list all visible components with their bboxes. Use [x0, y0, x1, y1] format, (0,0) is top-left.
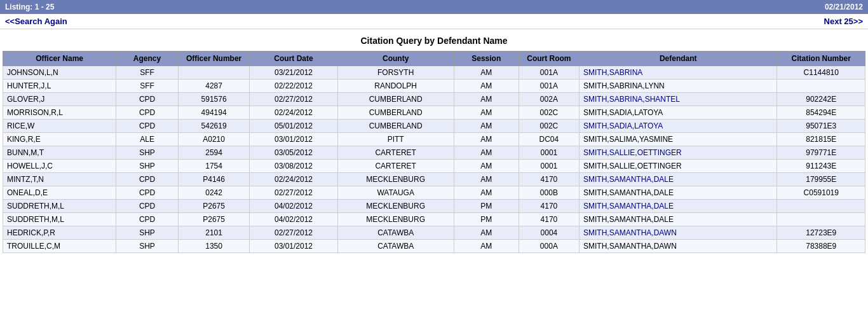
table-header-row: Officer Name Agency Officer Number Court… — [3, 52, 865, 66]
cell-room: 000B — [519, 186, 579, 200]
cell-citation: C0591019 — [777, 186, 865, 200]
cell-court-date: 03/21/2012 — [250, 66, 337, 80]
cell-session: PM — [454, 200, 519, 213]
cell-county: CATAWBA — [337, 226, 454, 240]
cell-room: 002A — [519, 93, 579, 106]
cell-defendant: SMITH,SAMANTHA,DAWN — [579, 240, 777, 253]
cell-session: AM — [454, 106, 519, 120]
cell-officer-num: 1754 — [178, 160, 249, 173]
table-row: BUNN,M,TSHP259403/05/2012CARTERETAM0001S… — [3, 146, 865, 160]
cell-agency: CPD — [116, 200, 179, 213]
cell-officer: RICE,W — [3, 120, 116, 133]
cell-session: AM — [454, 240, 519, 253]
cell-officer: JOHNSON,L,N — [3, 66, 116, 80]
cell-agency: CPD — [116, 186, 179, 200]
cell-session: AM — [454, 186, 519, 200]
cell-agency: ALE — [116, 133, 179, 146]
cell-defendant: SMITH,SABRINA,LYNN — [579, 80, 777, 93]
cell-officer-num: 494194 — [178, 106, 249, 120]
cell-county: MECKLENBURG — [337, 213, 454, 226]
cell-officer-num: P4146 — [178, 173, 249, 186]
citations-table: Officer Name Agency Officer Number Court… — [3, 51, 865, 253]
cell-court-date: 02/24/2012 — [250, 106, 337, 120]
cell-officer-num: 0242 — [178, 186, 249, 200]
cell-officer-num: 2101 — [178, 226, 249, 240]
table-row: JOHNSON,L,NSFF03/21/2012FORSYTHAM001ASMI… — [3, 66, 865, 80]
cell-officer: MORRISON,R,L — [3, 106, 116, 120]
cell-citation: 78388E9 — [777, 240, 865, 253]
cell-officer-num: 2594 — [178, 146, 249, 160]
cell-room: 001A — [519, 66, 579, 80]
defendant-link[interactable]: SMITH,SABRINA — [583, 68, 642, 77]
cell-citation: 979771E — [777, 146, 865, 160]
cell-county: CARTERET — [337, 146, 454, 160]
cell-officer: ONEAL,D,E — [3, 186, 116, 200]
col-header-officer: Officer Name — [3, 52, 116, 66]
cell-county: FORSYTH — [337, 66, 454, 80]
cell-room: 4170 — [519, 200, 579, 213]
cell-agency: SHP — [116, 160, 179, 173]
cell-citation: 854294E — [777, 106, 865, 120]
defendant-link[interactable]: SMITH,SAMANTHA,DALE — [583, 202, 674, 211]
cell-county: RANDOLPH — [337, 80, 454, 93]
cell-officer-num: 1350 — [178, 240, 249, 253]
cell-county: CARTERET — [337, 160, 454, 173]
cell-defendant: SMITH,SALLIE,OETTINGER — [579, 160, 777, 173]
cell-court-date: 03/01/2012 — [250, 240, 337, 253]
cell-officer-num: A0210 — [178, 133, 249, 146]
cell-session: AM — [454, 120, 519, 133]
page-title: Citation Query by Defendant Name — [0, 29, 868, 51]
cell-session: AM — [454, 160, 519, 173]
cell-court-date: 03/05/2012 — [250, 146, 337, 160]
cell-officer: TROUILLE,C,M — [3, 240, 116, 253]
cell-officer: SUDDRETH,M,L — [3, 200, 116, 213]
cell-room: 0004 — [519, 226, 579, 240]
col-header-county: County — [337, 52, 454, 66]
cell-agency: CPD — [116, 93, 179, 106]
cell-citation: 902242E — [777, 93, 865, 106]
cell-officer-num: P2675 — [178, 200, 249, 213]
cell-court-date: 02/27/2012 — [250, 186, 337, 200]
cell-officer: GLOVER,J — [3, 93, 116, 106]
cell-county: CUMBERLAND — [337, 106, 454, 120]
defendant-link[interactable]: SMITH,SABRINA,SHANTEL — [583, 95, 680, 104]
table-row: HEDRICK,P,RSHP210102/27/2012CATAWBAAM000… — [3, 226, 865, 240]
table-row: TROUILLE,C,MSHP135003/01/2012CATAWBAAM00… — [3, 240, 865, 253]
cell-defendant: SMITH,SAMANTHA,DALE — [579, 186, 777, 200]
cell-court-date: 03/01/2012 — [250, 133, 337, 146]
next-link[interactable]: Next 25>> — [824, 17, 863, 26]
defendant-link[interactable]: SMITH,SADIA,LATOYA — [583, 121, 663, 130]
defendant-link[interactable]: SMITH,SAMANTHA,DALE — [583, 175, 674, 184]
cell-citation — [777, 213, 865, 226]
cell-room: 002C — [519, 120, 579, 133]
cell-room: 000A — [519, 240, 579, 253]
search-again-link[interactable]: <<Search Again — [5, 17, 67, 26]
cell-room: 4170 — [519, 213, 579, 226]
cell-officer: HOWELL,J,C — [3, 160, 116, 173]
cell-citation — [777, 200, 865, 213]
cell-court-date: 04/02/2012 — [250, 200, 337, 213]
cell-agency: CPD — [116, 106, 179, 120]
cell-session: AM — [454, 173, 519, 186]
cell-session: AM — [454, 133, 519, 146]
cell-court-date: 04/02/2012 — [250, 213, 337, 226]
cell-officer-num: 542619 — [178, 120, 249, 133]
cell-citation: 179955E — [777, 173, 865, 186]
table-row: SUDDRETH,M,LCPDP267504/02/2012MECKLENBUR… — [3, 213, 865, 226]
cell-session: AM — [454, 146, 519, 160]
defendant-link[interactable]: SMITH,SALLIE,OETTINGER — [583, 148, 682, 157]
listing-label: Listing: 1 - 25 — [5, 3, 54, 11]
cell-court-date: 05/01/2012 — [250, 120, 337, 133]
cell-officer: BUNN,M,T — [3, 146, 116, 160]
cell-citation — [777, 80, 865, 93]
defendant-link[interactable]: SMITH,SAMANTHA,DAWN — [583, 228, 677, 237]
col-header-session: Session — [454, 52, 519, 66]
cell-court-date: 02/24/2012 — [250, 173, 337, 186]
table-row: GLOVER,JCPD59157602/27/2012CUMBERLANDAM0… — [3, 93, 865, 106]
cell-officer: MINTZ,T,N — [3, 173, 116, 186]
cell-citation: C1144810 — [777, 66, 865, 80]
table-row: SUDDRETH,M,LCPDP267504/02/2012MECKLENBUR… — [3, 200, 865, 213]
cell-session: AM — [454, 66, 519, 80]
table-row: RICE,WCPD54261905/01/2012CUMBERLANDAM002… — [3, 120, 865, 133]
cell-agency: SHP — [116, 226, 179, 240]
